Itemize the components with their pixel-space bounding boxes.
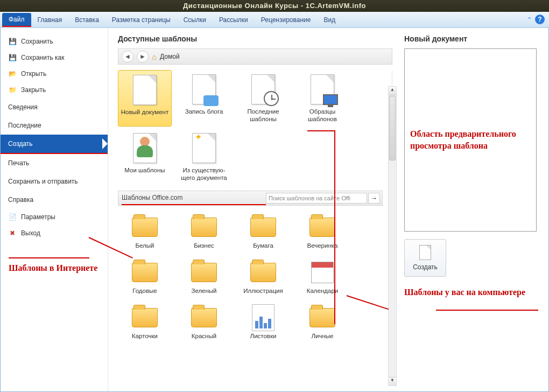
- template-new-doc[interactable]: Новый документ: [118, 70, 172, 127]
- recent-templates-icon: [251, 74, 275, 104]
- sidebar-item-recent[interactable]: Последние: [1, 116, 108, 135]
- annotation-line: [436, 310, 538, 311]
- template-blog[interactable]: Запись блога: [177, 70, 231, 127]
- sidebar-label: Выход: [21, 229, 40, 237]
- save-icon: 💾: [8, 37, 17, 46]
- search-go-button[interactable]: →: [368, 193, 380, 204]
- tab-mailings[interactable]: Рассылки: [213, 13, 255, 26]
- close-folder-icon: 📁: [8, 86, 17, 94]
- create-label: Создать: [413, 263, 438, 271]
- template-search-input[interactable]: Поиск шаблонов на сайте Offi: [266, 193, 367, 204]
- window-titlebar: Дистанционные Онлайн Курсы - 1C.ArtemVM.…: [0, 0, 549, 12]
- sidebar-item-exit[interactable]: ✖ Выход: [1, 225, 108, 241]
- tab-layout[interactable]: Разметка страницы: [105, 13, 177, 26]
- folder-icon: [309, 308, 335, 327]
- sidebar-item-help[interactable]: Справка: [1, 191, 108, 209]
- help-icon[interactable]: ?: [535, 15, 545, 24]
- folder-cards[interactable]: Карточки: [118, 302, 172, 341]
- folder-business[interactable]: Бизнес: [177, 211, 231, 251]
- saveas-icon: 💾: [8, 53, 17, 62]
- folder-label: Годовые: [119, 288, 171, 294]
- folder-label: Зеленый: [178, 288, 230, 294]
- scroll-thumb[interactable]: [389, 96, 396, 160]
- template-label: Последние шаблоны: [237, 108, 289, 123]
- sidebar-item-print[interactable]: Печать: [1, 154, 108, 172]
- template-my[interactable]: Мои шаблоны: [118, 129, 172, 185]
- folder-icon: [132, 263, 158, 282]
- office-templates-heading: Шаблоны Office.com: [122, 191, 266, 205]
- template-label: Новый документ: [119, 108, 170, 116]
- folder-icon: [132, 218, 158, 237]
- scroll-down-button[interactable]: ▼: [389, 377, 396, 386]
- folder-red[interactable]: Красный: [177, 302, 231, 341]
- folder-label: Бумага: [237, 242, 289, 249]
- folder-icon: [250, 263, 276, 282]
- sidebar-item-new[interactable]: Создать: [1, 135, 108, 154]
- sidebar-label: Параметры: [21, 213, 55, 221]
- breadcrumb[interactable]: Домой: [160, 53, 180, 60]
- options-icon: 📄: [8, 213, 17, 221]
- template-from-existing[interactable]: ✦ Из существую­щего документа: [177, 129, 231, 185]
- tab-view[interactable]: Вид: [317, 13, 342, 26]
- folder-label: Красный: [178, 333, 230, 339]
- minimize-ribbon-icon[interactable]: ⌃: [527, 16, 532, 23]
- folder-label: Карточки: [119, 333, 171, 339]
- create-button[interactable]: Создать: [404, 239, 446, 277]
- folder-label: Бизнес: [178, 242, 230, 249]
- from-existing-icon: ✦: [192, 133, 216, 163]
- folder-icon: [191, 308, 217, 327]
- tab-references[interactable]: Ссылки: [177, 13, 213, 26]
- folder-label: Личные: [297, 333, 348, 339]
- folder-green[interactable]: Зеленый: [177, 256, 231, 296]
- blog-icon: [192, 74, 216, 104]
- folder-party[interactable]: Вечеринка: [295, 211, 349, 251]
- template-recent[interactable]: Последние шаблоны: [236, 70, 290, 127]
- nav-forward-button[interactable]: ►: [137, 51, 149, 62]
- folder-icon: [191, 263, 217, 282]
- folder-paper[interactable]: Бумага: [236, 211, 290, 251]
- template-label: Запись блога: [178, 108, 230, 115]
- folder-label: Вечеринка: [297, 242, 348, 249]
- preview-area: Область предварительного просмотра шабло…: [404, 48, 537, 232]
- sidebar-item-info[interactable]: Сведения: [1, 98, 108, 116]
- template-samples[interactable]: Образцы шаблонов: [295, 70, 349, 127]
- my-templates-icon: [133, 133, 157, 163]
- folder-illustration[interactable]: Иллюстрация: [236, 256, 290, 296]
- scroll-up-button[interactable]: ▲: [389, 87, 396, 95]
- vertical-scrollbar[interactable]: ▲ ▼: [388, 86, 397, 386]
- tab-review[interactable]: Рецензирование: [255, 13, 318, 26]
- main-panel: Доступные шаблоны ◄ ► ⌂ Домой Новый доку…: [108, 28, 398, 391]
- sidebar-label: Закрыть: [21, 86, 46, 94]
- open-folder-icon: 📂: [8, 69, 17, 78]
- sidebar-item-save[interactable]: 💾 Сохранить: [1, 33, 108, 50]
- preview-panel: Новый документ Область предварительного …: [398, 28, 548, 391]
- sidebar-item-close[interactable]: 📁 Закрыть: [1, 82, 108, 98]
- folder-label: Белый: [119, 242, 171, 249]
- folder-calendars[interactable]: Календари: [295, 256, 349, 296]
- document-icon: [133, 75, 157, 105]
- sample-templates-icon: [311, 74, 334, 104]
- sidebar-label: Открыть: [21, 70, 46, 78]
- folder-icon: [309, 218, 335, 237]
- sidebar-item-options[interactable]: 📄 Параметры: [1, 209, 108, 225]
- template-label: Образцы шаблонов: [297, 108, 348, 123]
- folder-yearly[interactable]: Годовые: [118, 256, 172, 296]
- sidebar-item-open[interactable]: 📂 Открыть: [1, 66, 108, 82]
- home-icon[interactable]: ⌂: [152, 52, 157, 61]
- calendar-icon: [311, 262, 334, 283]
- tab-file[interactable]: Файл: [2, 13, 31, 27]
- available-templates-heading: Доступные шаблоны: [118, 34, 392, 43]
- sidebar-label: Сохранить: [21, 38, 53, 45]
- tab-insert[interactable]: Вставка: [68, 13, 105, 26]
- exit-icon: ✖: [8, 229, 17, 237]
- folder-white[interactable]: Белый: [118, 211, 172, 251]
- online-templates-grid: Белый Бизнес Бумага Вечеринка Годовые Зе…: [118, 211, 392, 341]
- folder-personal[interactable]: Личные: [295, 302, 349, 341]
- sidebar-item-saveas[interactable]: 💾 Сохранить как: [1, 50, 108, 66]
- tab-home[interactable]: Главная: [31, 13, 69, 26]
- backstage-sidebar: 💾 Сохранить 💾 Сохранить как 📂 Открыть 📁 …: [1, 28, 108, 391]
- sidebar-item-send[interactable]: Сохранить и отправить: [1, 172, 108, 191]
- document-icon: [419, 245, 431, 260]
- folder-leaflets[interactable]: Листовки: [236, 302, 290, 341]
- nav-back-button[interactable]: ◄: [122, 51, 133, 62]
